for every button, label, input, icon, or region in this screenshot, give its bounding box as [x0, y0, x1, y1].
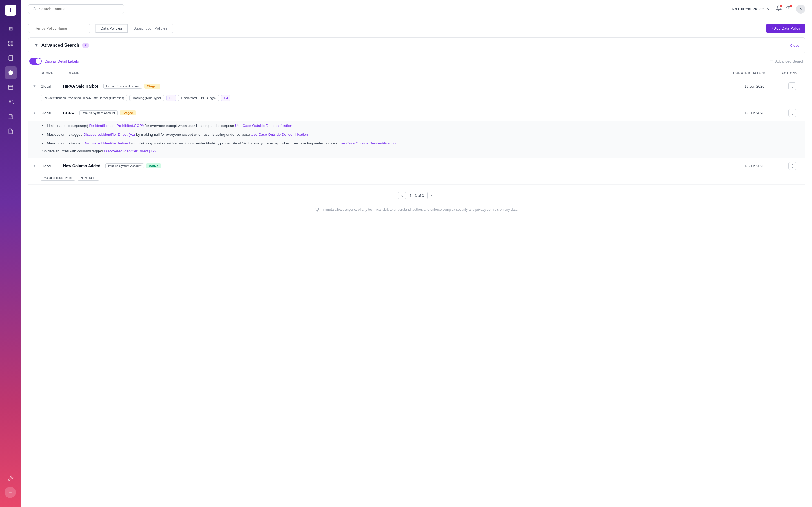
new-column-more-button[interactable]: ⋮	[788, 162, 796, 170]
hipaa-scope: Global	[41, 84, 63, 89]
new-column-tag-2: New (Tags)	[78, 175, 100, 180]
ccpa-bullet-3: Mask columns tagged Discovered.Identifie…	[41, 140, 801, 147]
hipaa-chevron[interactable]: ▼	[33, 84, 38, 88]
tab-group: Data Policies Subscription Policies	[95, 24, 173, 33]
sidebar: I ⊞ +	[0, 0, 21, 507]
hipaa-tag-count-1[interactable]: + 3	[166, 95, 176, 101]
adv-search-chevron[interactable]: ▼	[34, 43, 39, 48]
project-label: No Current Project	[732, 7, 765, 11]
content-area: Data Policies Subscription Policies + Ad…	[21, 18, 812, 507]
new-column-tag-1: Masking (Rule Type)	[41, 175, 75, 180]
hipaa-detail-tags: Re-identification Prohibited.HIPAA Safe …	[28, 94, 805, 105]
table-header: Scope Name Created Date Actions	[28, 68, 805, 78]
new-column-chevron[interactable]: ▼	[33, 164, 38, 168]
sidebar-item-table[interactable]	[4, 81, 17, 94]
policy-main-new-column: ▼ Global New Column Added Immuta System …	[28, 158, 805, 174]
display-labels-toggle: Display Detail Labels	[29, 58, 79, 64]
prev-page-button[interactable]: ‹	[398, 191, 406, 200]
sidebar-item-tools[interactable]	[4, 472, 17, 485]
wifi-notification-dot	[790, 5, 792, 7]
hipaa-tag-2: Masking (Rule Type)	[130, 95, 164, 101]
svg-rect-2	[9, 44, 10, 46]
col-header-name: Name	[69, 71, 733, 75]
svg-point-5	[9, 100, 11, 102]
svg-rect-3	[11, 44, 13, 46]
sidebar-item-dashboard[interactable]: ⊞	[4, 22, 17, 35]
sidebar-item-people[interactable]	[4, 96, 17, 108]
footer-note: Immuta allows anyone, of any technical s…	[28, 204, 805, 215]
new-column-account-tag: Immuta System Account	[105, 163, 144, 168]
ccpa-link-2b[interactable]: Use Case Outside De-identification	[251, 132, 308, 136]
sidebar-item-building[interactable]	[4, 110, 17, 123]
notifications-button[interactable]	[776, 5, 781, 12]
new-column-scope: Global	[41, 164, 63, 168]
policy-main-hipaa: ▼ Global HIPAA Safe Harbor Immuta System…	[28, 78, 805, 94]
toggle-label: Display Detail Labels	[45, 59, 79, 63]
ccpa-meta: CCPA Immuta System Account Staged	[63, 110, 744, 115]
ccpa-link-sources[interactable]: Discovered.Identifier Direct (+2)	[104, 149, 156, 153]
filter-input[interactable]	[28, 24, 90, 33]
tab-subscription-policies[interactable]: Subscription Policies	[128, 24, 173, 33]
new-column-actions: ⋮	[784, 162, 801, 170]
ccpa-on-sources: On data sources with columns tagged Disc…	[41, 149, 801, 153]
svg-rect-4	[9, 86, 13, 90]
page-info: 1 - 3 of 3	[409, 193, 424, 198]
ccpa-scope: Global	[41, 111, 63, 115]
ccpa-link-3b[interactable]: Use Case Outside De-identification	[339, 141, 396, 145]
toggle-switch[interactable]	[29, 58, 42, 64]
topbar: No Current Project K	[21, 0, 812, 18]
ccpa-account-tag: Immuta System Account	[79, 110, 118, 115]
col-header-scope: Scope	[41, 71, 69, 75]
hipaa-tag-count-2[interactable]: + 4	[221, 95, 231, 101]
policy-row-ccpa: ▲ Global CCPA Immuta System Account Stag…	[28, 105, 805, 158]
sidebar-item-policy[interactable]	[4, 66, 17, 79]
global-search-input[interactable]	[39, 7, 120, 11]
hipaa-more-button[interactable]: ⋮	[788, 82, 796, 90]
new-column-date: 18 Jun 2020	[744, 164, 784, 168]
svg-point-6	[33, 7, 36, 10]
project-selector[interactable]: No Current Project	[732, 7, 770, 11]
ccpa-link-3a[interactable]: Discovered.Identifier Indirect	[84, 141, 130, 145]
advanced-search-panel: ▼ Advanced Search 2 Close	[28, 38, 805, 53]
ccpa-more-button[interactable]: ⋮	[788, 109, 796, 117]
hipaa-date: 18 Jun 2020	[744, 84, 784, 89]
footer-note-text: Immuta allows anyone, of any technical s…	[322, 208, 518, 212]
adv-search-link-label: Advanced Search	[775, 59, 804, 63]
main-content: No Current Project K Data Policies	[21, 0, 812, 507]
ccpa-link-1a[interactable]: Re-identification Prohibited.CCPA	[89, 124, 144, 128]
adv-search-close[interactable]: Close	[790, 43, 799, 48]
hipaa-tag-1: Re-identification Prohibited.HIPAA Safe …	[41, 95, 127, 101]
ccpa-date: 18 Jun 2020	[744, 111, 784, 115]
ccpa-link-2a[interactable]: Discovered.Identifier Direct (+1)	[84, 132, 135, 136]
hipaa-tag-3: Discovered ... PHI (Tags)	[178, 95, 219, 101]
policy-row-hipaa: ▼ Global HIPAA Safe Harbor Immuta System…	[28, 78, 805, 105]
adv-search-link[interactable]: Advanced Search	[769, 59, 804, 63]
hipaa-actions: ⋮	[784, 82, 801, 90]
new-column-name: New Column Added	[63, 164, 100, 168]
ccpa-chevron[interactable]: ▲	[33, 111, 38, 115]
sort-icon[interactable]	[762, 71, 765, 75]
add-data-policy-button[interactable]: + Add Data Policy	[766, 24, 805, 33]
policy-toolbar: Data Policies Subscription Policies + Ad…	[28, 24, 805, 33]
svg-rect-0	[9, 41, 10, 43]
adv-search-left: ▼ Advanced Search 2	[34, 43, 89, 48]
filter-icon	[769, 59, 773, 63]
next-page-button[interactable]: ›	[427, 191, 435, 200]
sidebar-item-docs[interactable]	[4, 125, 17, 137]
wifi-button[interactable]	[786, 5, 792, 12]
sidebar-item-books[interactable]	[4, 52, 17, 64]
hipaa-status-badge: Staged	[144, 83, 160, 89]
ccpa-link-1b[interactable]: Use Case Outside De-identification	[235, 124, 292, 128]
pagination: ‹ 1 - 3 of 3 ›	[28, 185, 805, 204]
user-avatar[interactable]: K	[796, 4, 805, 13]
ccpa-bullet-1: Limit usage to purpose(s) Re-identificat…	[41, 123, 801, 129]
sidebar-item-data[interactable]	[4, 37, 17, 50]
display-row: Display Detail Labels Advanced Search	[28, 58, 805, 64]
sidebar-add-button[interactable]: +	[4, 487, 16, 498]
ccpa-bullet-2: Mask columns tagged Discovered.Identifie…	[41, 132, 801, 138]
topbar-right: No Current Project K	[732, 4, 805, 13]
tab-data-policies[interactable]: Data Policies	[95, 24, 128, 33]
search-icon	[33, 7, 37, 11]
global-search-box[interactable]	[28, 4, 124, 14]
app-logo[interactable]: I	[5, 4, 16, 16]
